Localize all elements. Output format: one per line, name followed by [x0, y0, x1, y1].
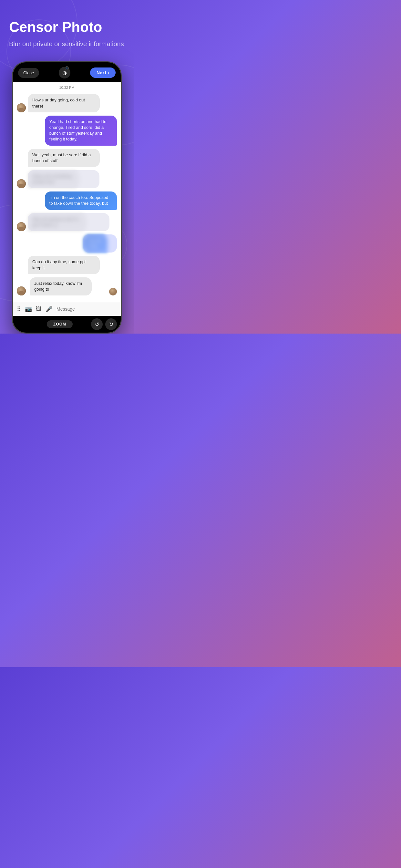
close-button[interactable]: Close	[18, 68, 39, 78]
censor-overlay	[28, 213, 110, 231]
header-section: Censor Photo Blur out private or sensiti…	[0, 0, 134, 58]
mic-icon[interactable]: 🎤	[45, 306, 53, 313]
undo-redo-group: ↺ ↻	[91, 318, 117, 330]
avatar	[17, 222, 26, 231]
camera-icon[interactable]: 📷	[25, 306, 32, 313]
avatar	[17, 179, 26, 188]
message-input-bar: ⠿ 📷 🖼 🎤	[13, 302, 121, 316]
censored-bubble-container: Was just going to ask if u got it down, …	[28, 213, 110, 231]
censor-overlay	[83, 235, 117, 252]
censor-overlay	[28, 170, 99, 188]
chat-row: Can do it any time, some ppl keep it	[17, 256, 117, 274]
next-icon: ›	[107, 70, 109, 75]
phone-mockup-wrapper: Close ◑ Next › 10:32 PM How's ur day goi…	[0, 61, 134, 334]
message-bubble: Just relax today, know I'm going to	[30, 277, 92, 296]
chat-row: Yea I had shorts on and had to change. T…	[17, 116, 117, 146]
chat-area: 10:32 PM How's ur day going, cold out th…	[13, 82, 121, 302]
message-bubble: Can do it any time, some ppl keep it	[28, 256, 100, 274]
zoom-label-area: ZOOM	[28, 320, 91, 328]
redo-icon: ↻	[109, 321, 113, 328]
chat-row: Daisy and something private here	[17, 170, 117, 188]
message-bubble: I'm on the couch too. Supposed to take d…	[45, 191, 117, 210]
image-icon[interactable]: 🖼	[36, 306, 42, 313]
zoom-bar: ZOOM ↺ ↻	[13, 316, 121, 333]
page-subtitle: Blur out private or sensitive informatio…	[9, 39, 125, 49]
camera-notch	[65, 66, 69, 70]
chat-row: How's ur day going, cold out there!	[17, 94, 117, 112]
avatar	[17, 286, 26, 296]
chat-row: Was just going to ask if u got it down, …	[17, 213, 117, 231]
censored-bubble-container: Can do it this	[83, 235, 117, 252]
redo-button[interactable]: ↻	[105, 318, 117, 330]
avatar	[17, 103, 26, 113]
phone-toolbar: Close ◑ Next ›	[13, 62, 121, 82]
page-title: Censor Photo	[9, 20, 125, 35]
chat-row: Just relax today, know I'm going to	[17, 277, 117, 296]
next-button[interactable]: Next ›	[90, 67, 116, 78]
apps-icon[interactable]: ⠿	[17, 306, 21, 313]
undo-button[interactable]: ↺	[91, 318, 103, 330]
theme-icon: ◑	[62, 70, 67, 76]
small-avatar	[109, 288, 117, 296]
chat-timestamp: 10:32 PM	[17, 86, 117, 89]
censored-bubble-container: Daisy and something private here	[28, 170, 99, 188]
phone-frame: Close ◑ Next › 10:32 PM How's ur day goi…	[12, 61, 122, 334]
chat-row: Well yeah, must be sore if did a bunch o…	[17, 149, 117, 167]
chat-row: I'm on the couch too. Supposed to take d…	[17, 191, 117, 210]
message-bubble: How's ur day going, cold out there!	[28, 94, 100, 112]
message-bubble: Yea I had shorts on and had to change. T…	[45, 116, 117, 146]
message-bubble: Well yeah, must be sore if did a bunch o…	[28, 149, 100, 167]
zoom-pill: ZOOM	[47, 320, 73, 328]
next-label: Next	[96, 70, 106, 75]
message-input[interactable]	[57, 306, 117, 312]
undo-icon: ↺	[95, 321, 99, 328]
chat-row: Can do it this	[17, 235, 117, 252]
